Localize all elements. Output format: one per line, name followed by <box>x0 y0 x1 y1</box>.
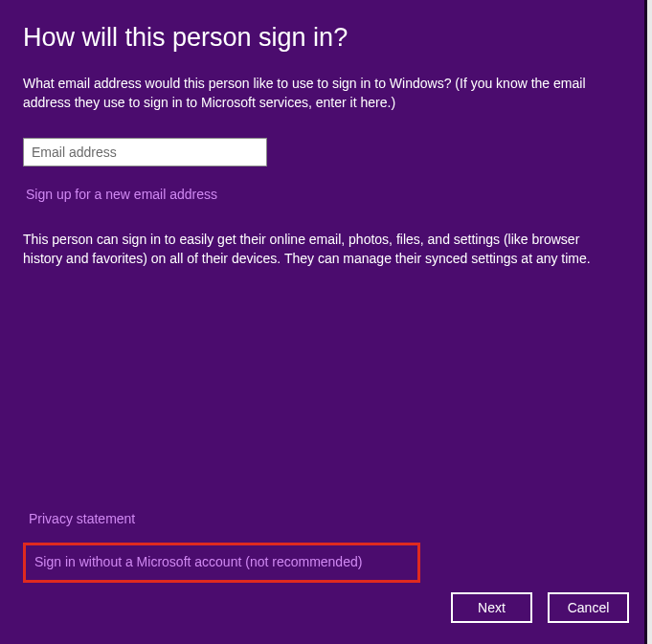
highlight-annotation: Sign in without a Microsoft account (not… <box>23 543 420 583</box>
footer-buttons: Next Cancel <box>451 592 629 623</box>
sync-description: This person can sign in to easily get th… <box>23 230 617 269</box>
cancel-button[interactable]: Cancel <box>548 592 629 623</box>
sign-in-without-ms-link[interactable]: Sign in without a Microsoft account (not… <box>34 554 362 569</box>
privacy-statement-link[interactable]: Privacy statement <box>29 511 135 526</box>
page-title: How will this person sign in? <box>23 23 629 53</box>
next-button[interactable]: Next <box>451 592 532 623</box>
window-edge <box>647 0 652 644</box>
email-field[interactable] <box>23 138 267 167</box>
bottom-links: Privacy statement Sign in without a Micr… <box>23 510 617 583</box>
signup-email-link[interactable]: Sign up for a new email address <box>26 187 217 202</box>
intro-text: What email address would this person lik… <box>23 74 617 113</box>
